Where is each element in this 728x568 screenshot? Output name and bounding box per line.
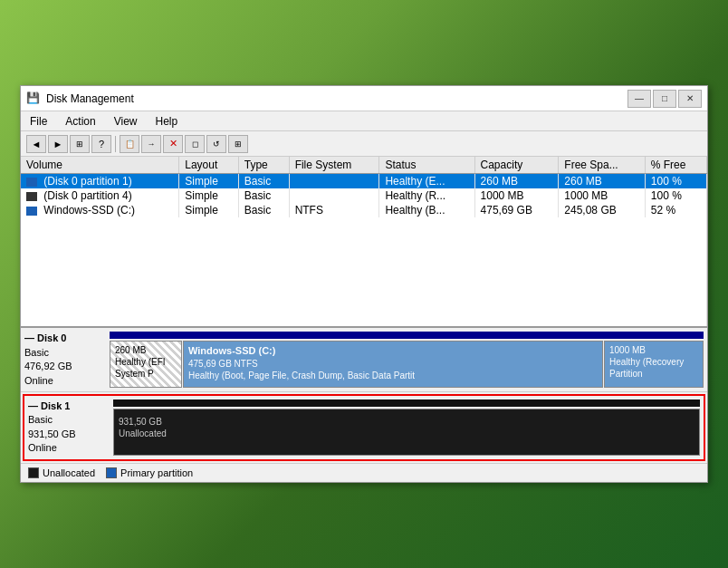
menu-help[interactable]: Help [152,114,182,129]
table-row[interactable]: Windows-SSD (C:) Simple Basic NTFS Healt… [21,203,707,217]
disk-1-partitions: 931,50 GB Unallocated [113,400,700,456]
cell-volume: (Disk 0 partition 4) [21,188,179,203]
title-bar: 💾 Disk Management — □ ✕ [21,86,707,111]
disk-1-row: — Disk 1 Basic 931,50 GB Online 931,50 G… [23,394,705,461]
refresh-button[interactable]: → [141,135,161,153]
row-indicator-dark [26,192,37,201]
maximize-button[interactable]: □ [653,90,676,108]
help-button[interactable]: ? [91,135,111,153]
toolbar-sep-1 [115,136,116,152]
windows-status: Healthy (Boot, Page File, Crash Dump, Ba… [188,370,598,381]
menu-action[interactable]: Action [62,114,99,129]
volume-table-container: Volume Layout Type File System Status Ca… [21,157,707,328]
disk-1-name: — Disk 1 [28,400,110,413]
col-status: Status [379,157,474,174]
view-button[interactable]: ⊞ [228,135,248,153]
cell-fs [289,174,379,189]
partition-recovery[interactable]: 1000 MB Healthy (Recovery Partition [604,341,704,388]
back-button[interactable]: ◄ [26,135,46,153]
forward-button[interactable]: ► [48,135,68,153]
cell-volume: (Disk 0 partition 1) [21,174,179,189]
windows-name: Windows-SSD (C:) [188,344,598,357]
volume-table: Volume Layout Type File System Status Ca… [21,157,707,326]
cell-layout: Simple [179,174,239,189]
cell-pct: 100 % [645,188,706,203]
up-button[interactable]: ⊞ [70,135,90,153]
col-pct: % Free [645,157,706,174]
properties-button[interactable]: 📋 [120,135,139,153]
legend-primary: Primary partition [106,467,193,478]
unallocated-status: Unallocated [119,428,694,439]
legend: Unallocated Primary partition [21,463,707,482]
cell-type: Basic [238,174,289,189]
title-bar-buttons: — □ ✕ [627,90,702,108]
recovery-status: Healthy (Recovery Partition [609,356,698,380]
partition-windows[interactable]: Windows-SSD (C:) 475,69 GB NTFS Healthy … [183,341,603,388]
legend-unallocated-label: Unallocated [43,467,95,478]
disk-0-status: Online [24,374,106,388]
cell-pct: 100 % [645,174,706,189]
minimize-button[interactable]: — [627,90,651,108]
disk-1-type: Basic [28,413,110,427]
cell-free: 245,08 GB [559,203,645,217]
cell-layout: Simple [179,203,239,217]
partition-efi[interactable]: 260 MB Healthy (EFI System P [110,341,182,388]
cell-layout: Simple [179,188,239,203]
col-filesystem: File System [289,157,379,174]
cell-fs: NTFS [289,203,379,217]
cell-capacity: 475,69 GB [474,203,559,217]
cell-status: Healthy (B... [379,203,474,217]
disk-1-status: Online [28,441,110,455]
disk-1-size: 931,50 GB [28,428,110,441]
row-indicator-blue [26,178,37,187]
efi-size: 260 MB [115,344,177,356]
disk-0-type: Basic [24,346,106,360]
cell-fs [289,188,379,203]
rescan-button[interactable]: ↺ [206,135,226,153]
disk-0-row: — Disk 0 Basic 476,92 GB Online 260 MB H… [21,328,707,392]
table-row[interactable]: (Disk 0 partition 1) Simple Basic Health… [21,174,707,189]
disk-0-name: — Disk 0 [24,332,106,345]
menu-file[interactable]: File [26,114,51,129]
disk-0-partitions: 260 MB Healthy (EFI System P Windows-SSD… [110,332,704,388]
col-volume: Volume [21,157,179,174]
cell-pct: 52 % [645,203,706,217]
legend-unallocated-box [28,467,39,478]
col-free: Free Spa... [559,157,645,174]
recovery-size: 1000 MB [609,344,698,356]
cell-type: Basic [238,203,289,217]
col-type: Type [238,157,289,174]
menu-view[interactable]: View [110,114,141,129]
close-button[interactable]: ✕ [678,90,702,108]
disk-0-size: 476,92 GB [24,360,106,373]
partition-unallocated[interactable]: 931,50 GB Unallocated [113,409,700,456]
table-row[interactable]: (Disk 0 partition 4) Simple Basic Health… [21,188,707,203]
app-icon: 💾 [26,91,41,106]
format-button[interactable]: ◻ [185,135,205,153]
table-empty-row [21,217,707,326]
disk-1-info: — Disk 1 Basic 931,50 GB Online [28,400,110,456]
toolbar: ◄ ► ⊞ ? 📋 → ✕ ◻ ↺ ⊞ [21,131,707,157]
cell-type: Basic [238,188,289,203]
disk-management-window: 💾 Disk Management — □ ✕ File Action View… [20,85,708,482]
disk-0-bar-top [110,332,704,339]
disk-1-bar-top [113,400,700,407]
legend-primary-label: Primary partition [120,467,193,478]
row-indicator-blue2 [26,207,37,216]
col-layout: Layout [179,157,239,174]
cell-volume: Windows-SSD (C:) [21,203,179,217]
cell-capacity: 1000 MB [474,188,559,203]
disk-1-bar-row: 931,50 GB Unallocated [113,409,700,456]
legend-primary-box [106,467,117,478]
cell-status: Healthy (R... [379,188,474,203]
disk-0-bar-row: 260 MB Healthy (EFI System P Windows-SSD… [110,341,704,388]
delete-button[interactable]: ✕ [163,135,183,153]
windows-size: 475,69 GB NTFS [188,358,598,370]
cell-capacity: 260 MB [474,174,559,189]
col-capacity: Capacity [474,157,559,174]
title-bar-left: 💾 Disk Management [26,91,134,106]
cell-status: Healthy (E... [379,174,474,189]
cell-free: 1000 MB [559,188,645,203]
menu-bar: File Action View Help [21,111,707,131]
cell-free: 260 MB [559,174,645,189]
